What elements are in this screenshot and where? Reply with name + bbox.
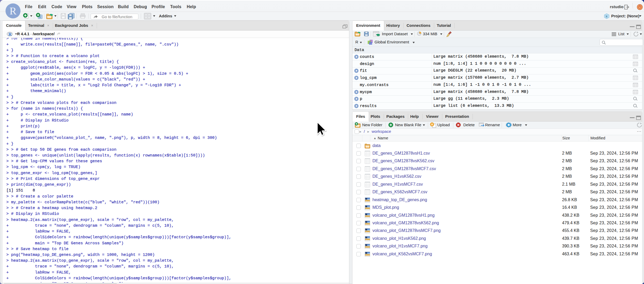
- svg-text:R: R: [9, 5, 17, 17]
- svg-text:R: R: [8, 32, 12, 37]
- svg-text:R: R: [606, 15, 608, 18]
